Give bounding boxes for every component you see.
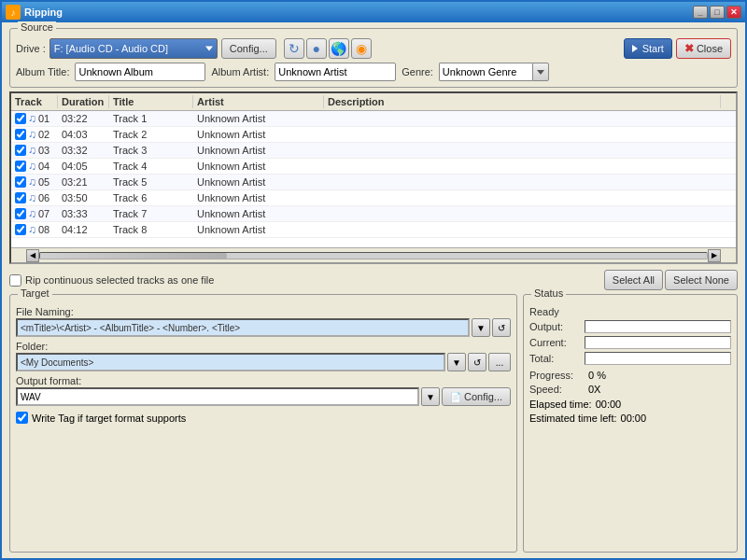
table-row: ♫ 05 03:21 Track 5 Unknown Artist <box>11 175 736 190</box>
track-music-icon-1: ♫ <box>28 112 36 125</box>
output-progress-bar <box>585 320 731 333</box>
track-title-1: Track 1 <box>109 112 193 125</box>
current-label: Current: <box>529 337 581 348</box>
ready-row: Ready <box>529 306 731 317</box>
window-close-button[interactable]: ✕ <box>726 6 741 19</box>
folder-browse-button[interactable]: ... <box>488 353 511 371</box>
track-check-cell: ♫ 08 <box>11 222 58 237</box>
track-num-4: 04 <box>38 161 49 172</box>
close-x-icon: ✖ <box>684 42 694 55</box>
album-title-label: Album Title: <box>16 66 69 77</box>
folder-input[interactable] <box>16 353 445 371</box>
track-check-cell: ♫ 01 <box>11 111 58 126</box>
folder-refresh-button[interactable]: ↺ <box>468 353 486 371</box>
output-format-input[interactable] <box>16 387 419 406</box>
scroll-right-arrow-icon[interactable]: ▶ <box>708 249 721 262</box>
track-checkbox-5[interactable] <box>15 176 26 188</box>
track-table-container: Track Duration Title Artist Description … <box>9 91 738 264</box>
folder-row: ▼ ↺ ... <box>16 353 511 371</box>
track-check-cell: ♫ 06 <box>11 190 58 205</box>
track-duration-6: 03:50 <box>58 191 109 204</box>
current-progress-bar <box>585 336 731 349</box>
genre-input[interactable] <box>439 63 532 81</box>
track-checkbox-1[interactable] <box>15 113 26 124</box>
folder-section: Folder: ▼ ↺ ... <box>16 341 511 371</box>
track-checkbox-6[interactable] <box>15 192 26 203</box>
album-artist-input[interactable] <box>275 63 396 81</box>
ripping-window: ♪ Ripping _ □ ✕ Source Drive : F: [Audio… <box>0 0 747 560</box>
output-format-section: Output format: ▼ 📄 Config... <box>16 375 511 406</box>
speed-row: Speed: 0X <box>529 384 731 395</box>
track-music-icon-6: ♫ <box>28 191 36 204</box>
track-desc-3 <box>324 149 736 151</box>
table-row: ♫ 07 03:33 Track 7 Unknown Artist <box>11 206 736 222</box>
drive-row: Drive : F: [Audio CD - Audio CD] Config.… <box>16 38 731 59</box>
nav-icons-group: ↻ ● 🌎 ◉ <box>284 38 372 59</box>
rip-continuous-row: Rip continuous selected tracks as one fi… <box>9 270 738 290</box>
track-artist-8: Unknown Artist <box>193 223 324 236</box>
minimize-button[interactable]: _ <box>693 6 708 19</box>
scroll-left-arrow-icon[interactable]: ◀ <box>26 249 39 262</box>
track-duration-7: 03:33 <box>58 207 109 220</box>
speed-label: Speed: <box>529 384 581 395</box>
output-format-dropdown-button[interactable]: ▼ <box>421 387 440 406</box>
output-label: Output: <box>529 321 581 332</box>
total-progress-bar <box>585 352 731 365</box>
folder-dropdown-button[interactable]: ▼ <box>447 353 466 371</box>
file-naming-section: File Naming: ▼ ↺ <box>16 306 511 337</box>
file-naming-input[interactable] <box>16 318 470 337</box>
rip-continuous-checkbox[interactable] <box>9 274 21 287</box>
track-checkbox-7[interactable] <box>15 208 26 219</box>
track-music-icon-2: ♫ <box>28 128 36 141</box>
bottom-row: Target File Naming: ▼ ↺ Folder: ▼ ↺ <box>9 294 738 553</box>
track-num-1: 01 <box>38 113 49 124</box>
track-title-7: Track 7 <box>109 207 193 220</box>
nav-globe-icon[interactable]: 🌎 <box>329 38 349 59</box>
select-all-button[interactable]: Select All <box>604 270 663 290</box>
track-desc-8 <box>324 229 736 231</box>
nav-refresh-icon[interactable]: ● <box>306 38 327 59</box>
track-music-icon-7: ♫ <box>28 207 36 220</box>
output-config-button[interactable]: 📄 Config... <box>442 387 511 406</box>
start-icon <box>632 45 638 52</box>
track-duration-4: 04:05 <box>58 160 109 173</box>
output-row: Output: <box>529 320 731 333</box>
horizontal-scrollbar[interactable]: ◀ ▶ <box>11 247 736 262</box>
drive-dropdown[interactable]: F: [Audio CD - Audio CD] <box>49 38 218 59</box>
th-description: Description <box>324 95 721 108</box>
close-ripping-button[interactable]: ✖ Close <box>676 38 731 59</box>
start-button[interactable]: Start <box>624 38 672 59</box>
drive-dropdown-arrow-icon <box>205 47 213 51</box>
track-desc-5 <box>324 181 736 183</box>
track-music-icon-5: ♫ <box>28 175 36 189</box>
estimated-row: Estimated time left: 00:00 <box>529 413 731 424</box>
genre-dropdown-button[interactable] <box>532 63 549 81</box>
track-num-2: 02 <box>38 129 49 140</box>
track-check-cell: ♫ 03 <box>11 143 58 158</box>
track-checkbox-3[interactable] <box>15 145 26 156</box>
track-title-4: Track 4 <box>109 160 193 173</box>
track-artist-1: Unknown Artist <box>193 112 324 125</box>
track-title-2: Track 2 <box>109 128 193 141</box>
file-naming-refresh-button[interactable]: ↺ <box>492 318 511 337</box>
est-label: Estimated time left: <box>529 413 617 424</box>
maximize-button[interactable]: □ <box>710 6 725 19</box>
config-drive-button[interactable]: Config... <box>221 38 276 59</box>
track-table-header: Track Duration Title Artist Description <box>11 93 736 111</box>
select-none-button[interactable]: Select None <box>665 270 738 290</box>
track-checkbox-2[interactable] <box>15 129 26 140</box>
track-check-cell: ♫ 05 <box>11 175 58 189</box>
th-track: Track <box>11 95 58 108</box>
nav-back-icon[interactable]: ↻ <box>284 38 304 59</box>
album-title-input[interactable] <box>75 63 205 81</box>
elapsed-label: Elapsed time: <box>529 399 592 410</box>
app-icon: ♪ <box>6 5 21 20</box>
track-checkbox-4[interactable] <box>15 161 26 172</box>
write-tag-checkbox[interactable] <box>16 412 28 424</box>
rip-continuous-label[interactable]: Rip continuous selected tracks as one fi… <box>9 274 214 287</box>
nav-media-icon[interactable]: ◉ <box>351 38 372 59</box>
track-checkbox-8[interactable] <box>15 224 26 235</box>
genre-label: Genre: <box>402 66 433 77</box>
file-naming-dropdown-button[interactable]: ▼ <box>472 318 490 337</box>
track-check-cell: ♫ 07 <box>11 206 58 221</box>
